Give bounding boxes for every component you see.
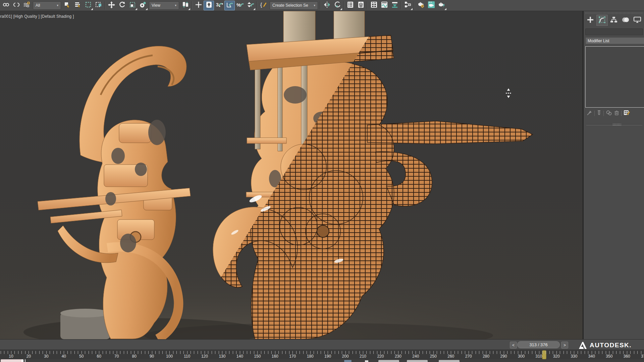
timeline-tick [556,351,557,354]
edit-named-selection-sets-button[interactable]: { [258,1,269,10]
tab-motion[interactable] [620,15,631,26]
timeline-tick [141,351,142,354]
select-and-move-button[interactable] [106,1,117,10]
selection-filter-dropdown[interactable]: All ▾ [33,1,61,10]
timeline-tick [194,351,194,354]
command-panel-tabs [585,15,643,26]
configure-modifier-sets-button[interactable] [624,110,630,117]
timeline-tick [64,351,64,354]
align-icon [334,1,341,9]
panel-divider-handle[interactable] [612,123,621,126]
make-unique-button[interactable] [606,110,612,117]
timeline-tick [261,351,261,354]
named-selection-sets-dropdown[interactable]: Create Selection Se ▾ [270,1,318,10]
timeline-tick [518,351,518,354]
render-production-button[interactable] [436,1,447,10]
timeline-tick [360,351,360,354]
timeline-tick [423,351,423,354]
use-pivot-point-center-button[interactable] [180,1,191,10]
tab-display[interactable] [632,15,643,26]
select-and-scale-button[interactable] [127,1,138,10]
tab-create[interactable] [585,15,596,26]
chevron-down-icon: ▾ [57,4,58,7]
timeline-tick [289,351,289,354]
stack-toolbar-separator [621,111,622,116]
timeline-tick [546,351,546,354]
align-button[interactable] [332,1,342,10]
hierarchy-icon [610,16,618,25]
mirror-button[interactable] [322,1,332,10]
timeline-frame-label: 30 [40,354,53,359]
timeline-tick [250,351,251,354]
spinner-snap-icon [247,1,254,9]
render-setup-button[interactable] [416,1,426,10]
timeline-tick [356,351,356,354]
timeline-frame-label: 280 [479,354,493,359]
angle-snap-icon [226,1,233,9]
select-object-button[interactable] [62,1,72,10]
toggle-layer-explorer-button[interactable] [356,1,366,10]
timeline-frame-label: 60 [92,354,106,359]
timeline-ruler[interactable]: 1020304050607080901001101201301401501601… [0,350,644,359]
percent-snap-toggle[interactable]: % [235,1,245,10]
tab-hierarchy[interactable] [608,15,620,26]
select-and-place-button[interactable] [138,1,148,10]
rotate-icon [119,1,125,9]
pin-stack-button[interactable] [587,110,592,117]
coordinate-field-fragment [439,360,460,362]
remove-modifier-button[interactable] [614,110,619,117]
viewport-label[interactable]: era001] [High Quality ] [Default Shading… [0,14,74,19]
timeline-tick [222,351,222,354]
keyboard-shortcut-override-toggle[interactable] [204,1,214,10]
select-by-name-button[interactable] [72,1,83,10]
trackbar-fragment [1,359,23,362]
timeline-tick [215,351,215,354]
selection-sets-icon: { [260,1,267,9]
window-crossing-toggle-button[interactable] [93,1,104,10]
timeline-frame-label: 80 [127,354,141,359]
curve-editor-button[interactable] [379,1,389,10]
timeline-tick [187,351,187,354]
select-and-link-button[interactable] [1,1,11,10]
bind-to-space-warp-button[interactable] [21,1,32,10]
rectangular-selection-region-button[interactable] [83,1,93,10]
timeline-tick [99,351,99,354]
main-toolbar: All ▾ View ▾ 3 % [0,0,644,11]
timeline-tick [303,351,304,354]
toggle-scene-explorer-button[interactable] [345,1,356,10]
timeline-tick [11,351,11,354]
timeline-tick [155,351,156,354]
next-frame-button[interactable]: > [561,342,568,349]
timeline-tick [493,351,493,354]
timeline-frame-label: 200 [339,354,352,359]
snaps-toggle-3d-button[interactable]: 3 [214,1,224,10]
timeline-tick [335,351,335,354]
toggle-ribbon-button[interactable] [369,1,379,10]
material-editor-button[interactable] [402,1,413,10]
unlink-selection-button[interactable] [11,1,21,10]
schematic-view-button[interactable] [389,1,400,10]
manipulate-icon [195,1,202,9]
tab-modify[interactable] [596,15,608,26]
object-name-field[interactable] [585,28,643,35]
autodesk-wordmark: AUTODESK. [590,342,632,349]
rendered-frame-window-button[interactable] [426,1,436,10]
modifier-stack-list[interactable] [585,46,644,108]
spinner-snap-toggle[interactable] [245,1,256,10]
show-end-result-button[interactable] [597,110,601,117]
panel-drag-grip[interactable] [585,12,643,14]
select-and-rotate-button[interactable] [117,1,127,10]
timeline-tick [560,351,560,354]
timeline-tick [148,351,149,354]
command-panel: Modifier List [583,11,644,339]
select-and-manipulate-button[interactable] [193,1,204,10]
reference-coordinate-system-dropdown[interactable]: View ▾ [149,1,179,10]
current-frame-field[interactable]: 313 / 376 [517,341,560,348]
timeline-tick [18,351,18,354]
previous-frame-button[interactable]: < [510,342,517,349]
angle-snap-toggle[interactable] [224,1,235,10]
modifier-list-dropdown[interactable]: Modifier List [585,37,644,44]
timeline-tick [233,351,233,354]
timeline-tick [29,351,29,354]
viewport-canvas[interactable]: era001] [High Quality ] [Default Shading… [0,11,583,339]
